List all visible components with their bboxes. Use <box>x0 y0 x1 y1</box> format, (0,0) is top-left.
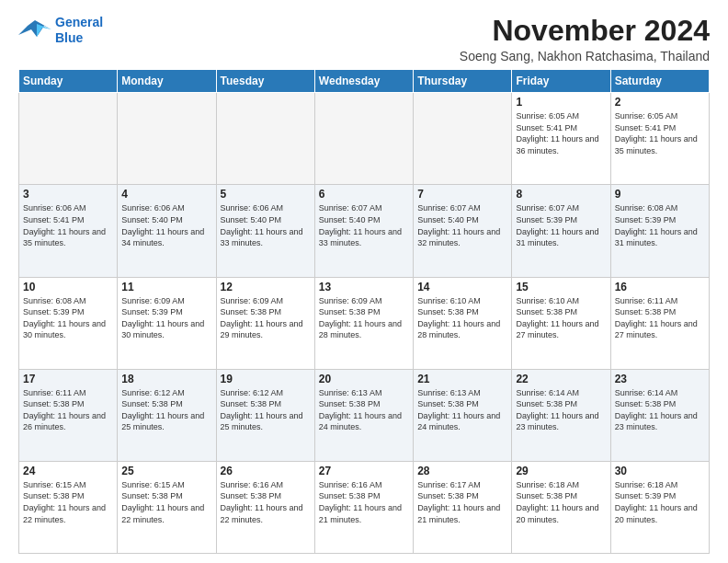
day-number: 5 <box>221 188 311 201</box>
day-cell-0-1 <box>118 93 216 185</box>
day-info: Sunrise: 6:07 AM Sunset: 5:39 PM Dayligh… <box>516 202 606 248</box>
header-thursday: Thursday <box>414 70 512 93</box>
day-cell-2-0: 10Sunrise: 6:08 AM Sunset: 5:39 PM Dayli… <box>19 277 118 369</box>
header-friday: Friday <box>512 70 610 93</box>
day-number: 1 <box>516 96 606 109</box>
day-number: 30 <box>615 465 705 477</box>
calendar-header: Sunday Monday Tuesday Wednesday Thursday… <box>19 70 710 93</box>
day-info: Sunrise: 6:16 AM Sunset: 5:38 PM Dayligh… <box>221 479 311 525</box>
day-number: 2 <box>615 96 705 109</box>
day-cell-3-4: 21Sunrise: 6:13 AM Sunset: 5:38 PM Dayli… <box>414 369 512 461</box>
page: General Blue November 2024 Soeng Sang, N… <box>0 0 728 563</box>
day-cell-1-4: 7Sunrise: 6:07 AM Sunset: 5:40 PM Daylig… <box>414 185 512 277</box>
calendar-body: 1Sunrise: 6:05 AM Sunset: 5:41 PM Daylig… <box>19 93 710 554</box>
day-cell-4-1: 25Sunrise: 6:15 AM Sunset: 5:38 PM Dayli… <box>118 461 216 553</box>
day-number: 14 <box>417 281 507 293</box>
day-info: Sunrise: 6:13 AM Sunset: 5:38 PM Dayligh… <box>319 387 409 433</box>
day-number: 7 <box>417 188 507 201</box>
day-info: Sunrise: 6:05 AM Sunset: 5:41 PM Dayligh… <box>516 110 606 156</box>
day-info: Sunrise: 6:09 AM Sunset: 5:39 PM Dayligh… <box>121 295 211 341</box>
day-info: Sunrise: 6:09 AM Sunset: 5:38 PM Dayligh… <box>319 295 409 341</box>
day-cell-4-0: 24Sunrise: 6:15 AM Sunset: 5:38 PM Dayli… <box>19 461 118 553</box>
day-cell-1-1: 4Sunrise: 6:06 AM Sunset: 5:40 PM Daylig… <box>118 185 216 277</box>
day-number: 24 <box>23 465 113 477</box>
day-cell-0-6: 2Sunrise: 6:05 AM Sunset: 5:41 PM Daylig… <box>610 93 709 185</box>
day-info: Sunrise: 6:10 AM Sunset: 5:38 PM Dayligh… <box>417 295 507 341</box>
day-info: Sunrise: 6:18 AM Sunset: 5:39 PM Dayligh… <box>615 479 705 525</box>
day-number: 10 <box>23 281 113 293</box>
day-cell-0-5: 1Sunrise: 6:05 AM Sunset: 5:41 PM Daylig… <box>512 93 610 185</box>
week-row-2: 3Sunrise: 6:06 AM Sunset: 5:41 PM Daylig… <box>19 185 710 277</box>
day-number: 6 <box>319 188 409 201</box>
day-cell-0-4 <box>414 93 512 185</box>
day-number: 13 <box>319 281 409 293</box>
week-row-5: 24Sunrise: 6:15 AM Sunset: 5:38 PM Dayli… <box>19 461 710 553</box>
day-info: Sunrise: 6:06 AM Sunset: 5:40 PM Dayligh… <box>121 202 211 248</box>
logo-line2: Blue <box>55 30 83 45</box>
day-info: Sunrise: 6:16 AM Sunset: 5:38 PM Dayligh… <box>319 479 409 525</box>
day-number: 28 <box>417 465 507 477</box>
day-cell-1-3: 6Sunrise: 6:07 AM Sunset: 5:40 PM Daylig… <box>314 185 413 277</box>
day-cell-2-2: 12Sunrise: 6:09 AM Sunset: 5:38 PM Dayli… <box>216 277 314 369</box>
calendar: Sunday Monday Tuesday Wednesday Thursday… <box>18 69 710 554</box>
title-section: November 2024 Soeng Sang, Nakhon Ratchas… <box>460 15 710 63</box>
day-info: Sunrise: 6:10 AM Sunset: 5:38 PM Dayligh… <box>516 295 606 341</box>
day-cell-2-1: 11Sunrise: 6:09 AM Sunset: 5:39 PM Dayli… <box>118 277 216 369</box>
day-number: 4 <box>121 188 211 201</box>
svg-marker-0 <box>18 20 51 37</box>
day-cell-1-0: 3Sunrise: 6:06 AM Sunset: 5:41 PM Daylig… <box>19 185 118 277</box>
day-cell-4-4: 28Sunrise: 6:17 AM Sunset: 5:38 PM Dayli… <box>414 461 512 553</box>
day-number: 25 <box>121 465 211 477</box>
day-cell-3-0: 17Sunrise: 6:11 AM Sunset: 5:38 PM Dayli… <box>19 369 118 461</box>
svg-marker-1 <box>37 24 51 37</box>
header-wednesday: Wednesday <box>314 70 413 93</box>
day-number: 20 <box>319 373 409 385</box>
day-info: Sunrise: 6:08 AM Sunset: 5:39 PM Dayligh… <box>615 202 705 248</box>
weekday-header-row: Sunday Monday Tuesday Wednesday Thursday… <box>19 70 710 93</box>
day-cell-3-1: 18Sunrise: 6:12 AM Sunset: 5:38 PM Dayli… <box>118 369 216 461</box>
day-info: Sunrise: 6:15 AM Sunset: 5:38 PM Dayligh… <box>121 479 211 525</box>
day-cell-4-6: 30Sunrise: 6:18 AM Sunset: 5:39 PM Dayli… <box>610 461 709 553</box>
day-info: Sunrise: 6:05 AM Sunset: 5:41 PM Dayligh… <box>615 110 705 156</box>
header-sunday: Sunday <box>19 70 118 93</box>
day-cell-1-6: 9Sunrise: 6:08 AM Sunset: 5:39 PM Daylig… <box>610 185 709 277</box>
logo-line1: General <box>55 15 103 29</box>
day-number: 16 <box>615 281 705 293</box>
logo-icon <box>18 17 51 44</box>
day-number: 8 <box>516 188 606 201</box>
day-number: 29 <box>516 465 606 477</box>
header: General Blue November 2024 Soeng Sang, N… <box>18 15 710 63</box>
day-cell-3-5: 22Sunrise: 6:14 AM Sunset: 5:38 PM Dayli… <box>512 369 610 461</box>
day-info: Sunrise: 6:06 AM Sunset: 5:41 PM Dayligh… <box>23 202 113 248</box>
day-cell-4-3: 27Sunrise: 6:16 AM Sunset: 5:38 PM Dayli… <box>314 461 413 553</box>
day-cell-4-5: 29Sunrise: 6:18 AM Sunset: 5:38 PM Dayli… <box>512 461 610 553</box>
week-row-3: 10Sunrise: 6:08 AM Sunset: 5:39 PM Dayli… <box>19 277 710 369</box>
day-cell-2-3: 13Sunrise: 6:09 AM Sunset: 5:38 PM Dayli… <box>314 277 413 369</box>
day-info: Sunrise: 6:09 AM Sunset: 5:38 PM Dayligh… <box>221 295 311 341</box>
day-info: Sunrise: 6:06 AM Sunset: 5:40 PM Dayligh… <box>221 202 311 248</box>
day-number: 9 <box>615 188 705 201</box>
day-cell-0-0 <box>19 93 118 185</box>
day-number: 19 <box>221 373 311 385</box>
day-info: Sunrise: 6:18 AM Sunset: 5:38 PM Dayligh… <box>516 479 606 525</box>
day-cell-3-6: 23Sunrise: 6:14 AM Sunset: 5:38 PM Dayli… <box>610 369 709 461</box>
day-info: Sunrise: 6:11 AM Sunset: 5:38 PM Dayligh… <box>615 295 705 341</box>
day-cell-0-2 <box>216 93 314 185</box>
day-number: 3 <box>23 188 113 201</box>
day-cell-1-5: 8Sunrise: 6:07 AM Sunset: 5:39 PM Daylig… <box>512 185 610 277</box>
day-number: 17 <box>23 373 113 385</box>
day-info: Sunrise: 6:08 AM Sunset: 5:39 PM Dayligh… <box>23 295 113 341</box>
day-cell-2-4: 14Sunrise: 6:10 AM Sunset: 5:38 PM Dayli… <box>414 277 512 369</box>
day-info: Sunrise: 6:12 AM Sunset: 5:38 PM Dayligh… <box>221 387 311 433</box>
day-cell-3-3: 20Sunrise: 6:13 AM Sunset: 5:38 PM Dayli… <box>314 369 413 461</box>
day-info: Sunrise: 6:13 AM Sunset: 5:38 PM Dayligh… <box>417 387 507 433</box>
day-info: Sunrise: 6:07 AM Sunset: 5:40 PM Dayligh… <box>417 202 507 248</box>
logo-text: General Blue <box>55 15 103 46</box>
week-row-1: 1Sunrise: 6:05 AM Sunset: 5:41 PM Daylig… <box>19 93 710 185</box>
day-number: 12 <box>221 281 311 293</box>
day-info: Sunrise: 6:14 AM Sunset: 5:38 PM Dayligh… <box>516 387 606 433</box>
logo: General Blue <box>18 15 103 46</box>
header-monday: Monday <box>118 70 216 93</box>
day-cell-1-2: 5Sunrise: 6:06 AM Sunset: 5:40 PM Daylig… <box>216 185 314 277</box>
day-info: Sunrise: 6:14 AM Sunset: 5:38 PM Dayligh… <box>615 387 705 433</box>
